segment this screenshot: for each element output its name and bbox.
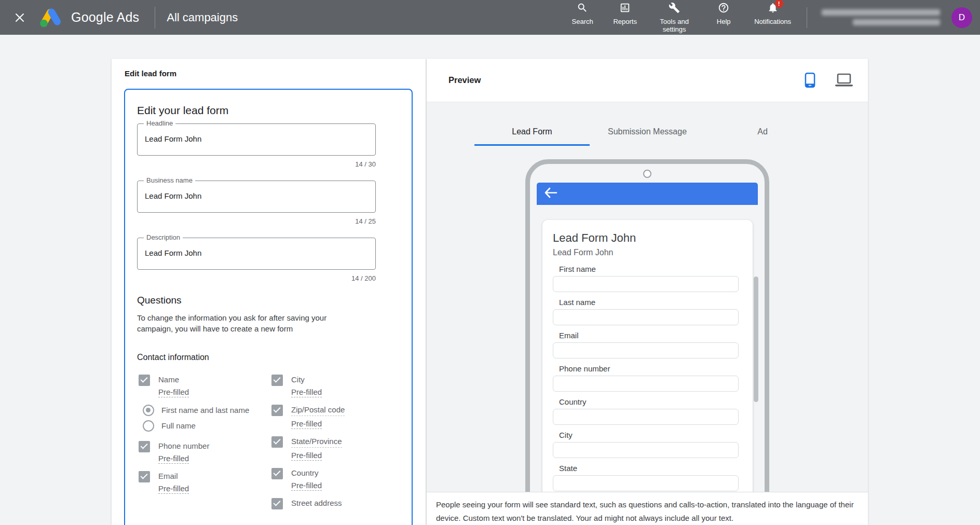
topbar-divider <box>155 7 155 29</box>
description-input[interactable] <box>145 248 368 257</box>
page-title: Edit lead form <box>125 69 426 78</box>
reports-icon <box>619 2 631 15</box>
prefilled-link[interactable]: Pre-filled <box>291 419 322 429</box>
help-icon <box>718 2 729 15</box>
prefilled-link[interactable]: Pre-filled <box>158 454 189 464</box>
preview-country-input[interactable] <box>553 409 739 425</box>
business-name-char-counter: 14 / 25 <box>137 217 376 225</box>
radio-selected-icon[interactable] <box>143 405 154 416</box>
radio-unselected-icon[interactable] <box>143 420 154 432</box>
preview-field-label: Country <box>559 397 753 407</box>
checkbox-checked-icon[interactable] <box>271 498 283 509</box>
avatar[interactable]: D <box>951 7 972 28</box>
tools-icon <box>669 2 680 15</box>
prefilled-link[interactable]: Pre-filled <box>158 484 189 494</box>
contact-option-state-province[interactable]: State/Province Pre-filled <box>271 436 412 461</box>
phone-camera-icon <box>643 170 651 178</box>
top-app-bar: Google Ads All campaigns Search Reports <box>0 0 980 35</box>
checkbox-checked-icon[interactable] <box>271 375 283 386</box>
notification-badge: ! <box>775 0 783 8</box>
preview-city-input[interactable] <box>553 442 739 458</box>
contact-option-phone-number[interactable]: Phone number Pre-filled <box>139 441 271 464</box>
tab-submission-message[interactable]: Submission Message <box>590 127 705 146</box>
preview-form-headline: Lead Form John <box>553 231 753 245</box>
notifications-nav-button[interactable]: ! Notifications <box>754 2 791 25</box>
edit-lead-form-card: Edit lead form Edit your lead form Headl… <box>112 59 426 525</box>
prefilled-link[interactable]: Pre-filled <box>291 451 322 461</box>
tab-lead-form[interactable]: Lead Form <box>474 127 590 146</box>
preview-state-input[interactable] <box>553 475 739 491</box>
questions-heading: Questions <box>137 295 412 306</box>
preview-field-label: Phone number <box>559 364 753 374</box>
headline-field[interactable]: Headline <box>137 123 376 156</box>
notifications-icon: ! <box>767 2 779 15</box>
campaign-context-label[interactable]: All campaigns <box>167 11 238 24</box>
account-info-redacted[interactable] <box>820 9 940 25</box>
mobile-preview-icon[interactable] <box>805 72 815 88</box>
search-nav-button[interactable]: Search <box>570 2 594 25</box>
contact-option-email[interactable]: Email Pre-filled <box>139 471 271 494</box>
contact-information-heading: Contact information <box>137 353 412 362</box>
contact-option-country[interactable]: Country Pre-filled <box>271 468 412 491</box>
close-icon[interactable] <box>13 11 26 24</box>
preview-first-name-input[interactable] <box>553 276 739 292</box>
questions-note: To change the information you ask for af… <box>137 312 357 334</box>
preview-header: Preview <box>427 59 868 102</box>
tab-ad[interactable]: Ad <box>705 127 820 146</box>
radio-full-name[interactable]: Full name <box>143 420 271 432</box>
prefilled-link[interactable]: Pre-filled <box>291 388 322 397</box>
desktop-preview-icon[interactable] <box>834 73 854 88</box>
checkbox-checked-icon[interactable] <box>271 468 283 479</box>
headline-char-counter: 14 / 30 <box>137 160 376 168</box>
preview-disclaimer: People seeing your form will see standar… <box>427 492 868 525</box>
back-arrow-icon[interactable] <box>544 187 558 200</box>
business-name-field-label: Business name <box>144 176 195 184</box>
contact-option-city[interactable]: City Pre-filled <box>271 375 412 397</box>
google-ads-logo-icon <box>39 7 63 28</box>
business-name-input[interactable] <box>145 191 368 200</box>
preview-panel: Preview Lead Form Submission Message Ad <box>427 59 868 525</box>
preview-field-label: Email <box>559 331 753 340</box>
preview-title: Preview <box>448 75 481 85</box>
preview-field-label: Last name <box>559 298 753 307</box>
editor-heading: Edit your lead form <box>137 104 412 117</box>
phone-app-bar <box>537 183 758 205</box>
prefilled-link[interactable]: Pre-filled <box>158 388 189 397</box>
contact-options-grid: Name Pre-filled First name and last name… <box>139 375 412 517</box>
preview-field-label: City <box>559 431 753 440</box>
preview-form-description: Lead Form John <box>553 248 753 257</box>
description-field-label: Description <box>144 233 183 241</box>
contact-option-zip-postal-code[interactable]: Zip/Postal code Pre-filled <box>271 405 412 429</box>
headline-field-label: Headline <box>144 119 175 127</box>
search-icon <box>577 2 588 15</box>
topbar-divider <box>807 7 807 28</box>
phone-mockup: Lead Form John Lead Form John First name… <box>525 159 769 525</box>
preview-last-name-input[interactable] <box>553 309 739 325</box>
checkbox-checked-icon[interactable] <box>271 436 283 448</box>
account-line-blurred <box>853 19 940 25</box>
preview-field-label: State <box>559 464 753 473</box>
checkbox-checked-icon[interactable] <box>139 375 150 386</box>
checkbox-checked-icon[interactable] <box>139 441 150 452</box>
description-field[interactable]: Description <box>137 238 376 270</box>
preview-scrollbar[interactable] <box>754 277 758 402</box>
contact-option-name[interactable]: Name Pre-filled <box>139 375 271 397</box>
tools-and-settings-nav-button[interactable]: Tools and settings <box>656 2 693 33</box>
prefilled-link[interactable]: Pre-filled <box>291 481 322 491</box>
reports-nav-button[interactable]: Reports <box>613 2 637 25</box>
preview-phone-number-input[interactable] <box>553 376 739 392</box>
description-char-counter: 14 / 200 <box>137 274 376 282</box>
checkbox-checked-icon[interactable] <box>271 405 283 416</box>
contact-option-street-address[interactable]: Street address <box>271 498 412 509</box>
lead-form-preview-card: Lead Form John Lead Form John First name… <box>542 220 753 525</box>
help-nav-button[interactable]: Help <box>712 2 736 25</box>
preview-field-label: First name <box>559 265 753 274</box>
radio-first-and-last-name[interactable]: First name and last name <box>143 405 271 416</box>
lead-form-editor: Edit your lead form Headline 14 / 30 Bus… <box>124 89 413 525</box>
app-wordmark: Google Ads <box>71 10 139 25</box>
business-name-field[interactable]: Business name <box>137 181 376 213</box>
checkbox-checked-icon[interactable] <box>139 471 150 482</box>
headline-input[interactable] <box>145 134 368 143</box>
preview-tabs: Lead Form Submission Message Ad <box>474 127 868 146</box>
preview-email-input[interactable] <box>553 342 739 358</box>
